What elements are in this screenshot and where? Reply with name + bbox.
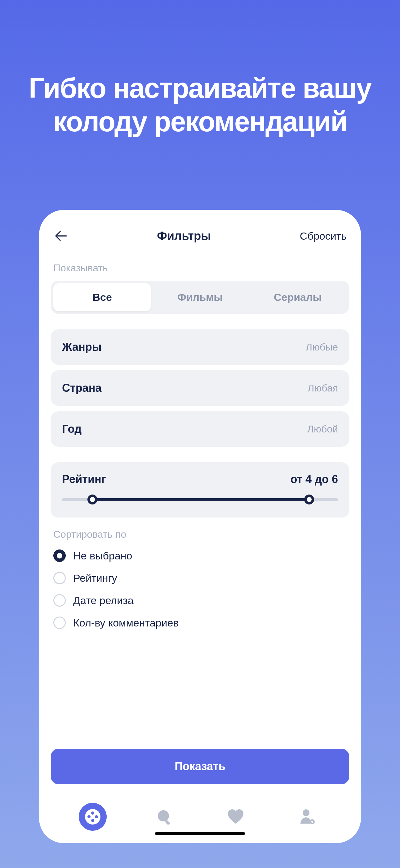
filter-list: Жанры Любые Страна Любая Год Любой: [51, 330, 349, 447]
radio-label: Рейтингу: [73, 572, 117, 584]
filter-value: Любая: [308, 382, 338, 394]
radio-icon: [53, 594, 66, 607]
segment-series[interactable]: Сериалы: [249, 283, 347, 311]
header-bar: Фильтры Сбросить: [51, 228, 349, 251]
promo-line-2: колоду рекомендаций: [53, 106, 347, 137]
person-settings-icon: [299, 809, 315, 825]
search-icon: [157, 809, 172, 825]
radio-label: Не выбрано: [73, 550, 132, 562]
filter-label: Жанры: [62, 341, 101, 353]
home-indicator[interactable]: [155, 832, 245, 835]
tab-discover[interactable]: [79, 803, 107, 831]
back-button[interactable]: [53, 228, 68, 243]
sort-radio-group: Не выбрано Рейтингу Дате релиза Кол-ву к…: [51, 550, 349, 629]
spacer: [51, 629, 349, 749]
apply-filters-button[interactable]: Показать: [51, 749, 349, 784]
rating-value-text: от 4 до 6: [290, 473, 338, 486]
filter-country[interactable]: Страна Любая: [51, 370, 349, 406]
segment-all[interactable]: Все: [53, 283, 151, 311]
slider-thumb-max[interactable]: [304, 495, 314, 504]
sort-option-rating[interactable]: Рейтингу: [51, 572, 349, 584]
svg-point-7: [303, 809, 309, 816]
content-type-segmented: Все Фильмы Сериалы: [51, 281, 349, 314]
sort-option-none[interactable]: Не выбрано: [51, 550, 349, 562]
svg-point-3: [91, 819, 94, 822]
sort-option-comments[interactable]: Кол-ву комментариев: [51, 617, 349, 629]
radio-icon: [53, 572, 66, 584]
page-title: Фильтры: [157, 229, 211, 243]
rating-header: Рейтинг от 4 до 6: [62, 473, 338, 486]
segment-movies[interactable]: Фильмы: [151, 283, 249, 311]
device-screen: Фильтры Сбросить Показывать Все Фильмы С…: [39, 210, 361, 843]
back-arrow-icon: [55, 230, 67, 242]
radio-label: Дате релиза: [73, 594, 134, 607]
film-reel-icon: [85, 809, 101, 825]
bottom-tab-bar: [51, 794, 349, 831]
filter-label: Год: [62, 423, 81, 436]
slider-fill: [92, 498, 309, 501]
filter-value: Любой: [307, 424, 338, 435]
tab-profile[interactable]: [293, 803, 321, 831]
sort-section-label: Сортировать по: [53, 529, 349, 540]
filter-genres[interactable]: Жанры Любые: [51, 330, 349, 365]
svg-point-0: [85, 809, 100, 825]
tab-favorites[interactable]: [222, 803, 249, 831]
show-section-label: Показывать: [53, 262, 349, 274]
filter-year[interactable]: Год Любой: [51, 411, 349, 447]
radio-icon: [53, 550, 66, 562]
sort-option-release-date[interactable]: Дате релиза: [51, 594, 349, 607]
filter-label: Страна: [62, 381, 101, 395]
svg-point-9: [311, 821, 313, 823]
promo-headline: Гибко настраивайте вашу колоду рекоменда…: [29, 71, 371, 138]
svg-point-4: [88, 815, 91, 818]
slider-track: [62, 498, 338, 501]
rating-filter-card: Рейтинг от 4 до 6: [51, 462, 349, 518]
svg-point-1: [91, 811, 94, 815]
filter-value: Любые: [306, 341, 338, 353]
radio-icon: [53, 617, 66, 629]
svg-point-2: [95, 815, 98, 818]
svg-point-5: [158, 810, 169, 822]
slider-thumb-min[interactable]: [88, 495, 97, 504]
heart-icon: [227, 809, 244, 824]
radio-label: Кол-ву комментариев: [73, 617, 178, 629]
reset-button[interactable]: Сбросить: [300, 230, 347, 242]
rating-range-slider[interactable]: [62, 495, 338, 504]
promo-line-1: Гибко настраивайте вашу: [29, 73, 371, 104]
rating-label: Рейтинг: [62, 473, 106, 486]
tab-search[interactable]: [151, 803, 178, 831]
